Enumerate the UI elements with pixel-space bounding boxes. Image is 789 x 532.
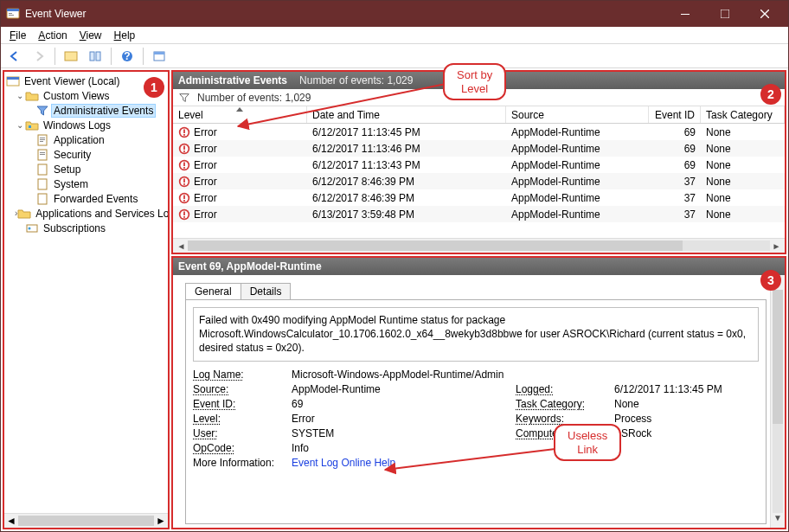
properties-button[interactable] — [85, 47, 106, 66]
lbl-opcode: OpCode: — [193, 442, 288, 454]
lbl-taskcat: Task Category: — [516, 398, 611, 410]
tree-wl-application[interactable]: Application — [6, 132, 168, 147]
detail-header: Event 69, AppModel-Runtime — [173, 258, 785, 275]
col-eventid[interactable]: Event ID — [649, 106, 701, 123]
toolbar: ? — [1, 44, 788, 68]
folder-icon — [25, 119, 39, 132]
tree-wl-setup[interactable]: Setup — [6, 162, 168, 176]
scroll-down-icon[interactable]: ▼ — [773, 513, 782, 526]
tree-root[interactable]: Event Viewer (Local) — [6, 74, 168, 88]
lbl-level: Level: — [193, 413, 288, 425]
tab-general[interactable]: General — [185, 283, 241, 299]
col-source[interactable]: Source — [506, 106, 649, 123]
log-icon — [35, 148, 49, 162]
lbl-logged: Logged: — [516, 383, 611, 395]
menu-view[interactable]: View — [74, 29, 107, 42]
tree[interactable]: Event Viewer (Local) ⌄ Custom Views Admi… — [4, 72, 168, 513]
grid-body[interactable]: Error6/12/2017 11:13:45 PMAppModel-Runti… — [173, 124, 785, 238]
col-level[interactable]: Level — [173, 106, 307, 123]
collapse-icon[interactable]: ⌄ — [15, 120, 25, 130]
list-header-title: Administrative Events — [178, 74, 287, 87]
collapse-icon[interactable]: ⌄ — [15, 91, 25, 100]
right-pane: Sort by Level 2 Administrative Events Nu… — [171, 70, 786, 529]
scroll-left-icon[interactable]: ◄ — [175, 241, 188, 251]
tree-h-scrollbar[interactable]: ◄ ► — [4, 513, 168, 528]
tree-subscriptions[interactable]: Subscriptions — [6, 221, 168, 235]
filter-count: Number of events: 1,029 — [197, 92, 311, 104]
event-list-panel: Sort by Level 2 Administrative Events Nu… — [171, 70, 786, 254]
val-source: AppModel-Runtime — [292, 383, 512, 395]
detail-v-scrollbar[interactable]: ▲ ▼ — [770, 275, 785, 528]
tree-custom-views[interactable]: ⌄ Custom Views — [6, 88, 168, 103]
scroll-right-icon[interactable]: ► — [156, 515, 166, 527]
svg-rect-33 — [183, 129, 185, 133]
detail-main: General Details Failed with 0x490 modify… — [173, 275, 770, 528]
titlebar: Event Viewer — [1, 1, 788, 27]
svg-rect-19 — [40, 138, 45, 138]
menu-help[interactable]: Help — [109, 29, 141, 42]
filter-icon — [35, 104, 49, 118]
svg-rect-54 — [183, 216, 185, 218]
tab-page-general: Failed with 0x490 modifying AppModel Run… — [185, 299, 767, 524]
table-row[interactable]: Error6/12/2017 11:13:46 PMAppModel-Runti… — [173, 140, 785, 157]
scroll-left-icon[interactable]: ◄ — [6, 515, 16, 527]
filter-row: Number of events: 1,029 — [173, 89, 785, 106]
folder-icon — [25, 89, 39, 103]
svg-rect-9 — [90, 52, 94, 61]
lbl-source: Source: — [193, 383, 288, 395]
tree-wl-forwarded[interactable]: Forwarded Events — [6, 191, 168, 206]
event-detail-panel: Useless Link 3 Event 69, AppModel-Runtim… — [171, 256, 786, 529]
svg-rect-21 — [40, 141, 43, 142]
event-description: Failed with 0x490 modifying AppModel Run… — [193, 307, 759, 362]
scroll-up-icon[interactable]: ▲ — [773, 277, 782, 290]
help-button[interactable]: ? — [117, 47, 138, 66]
link-online-help[interactable]: Event Log Online Help — [292, 457, 759, 469]
svg-rect-25 — [38, 164, 47, 175]
scroll-right-icon[interactable]: ► — [770, 241, 783, 251]
minimize-button[interactable] — [665, 1, 705, 27]
svg-rect-45 — [183, 178, 185, 183]
grid-h-scrollbar[interactable]: ◄ ► — [173, 238, 785, 253]
forward-button[interactable] — [29, 47, 49, 66]
back-button[interactable] — [4, 47, 25, 66]
val-logged: 6/12/2017 11:13:45 PM — [614, 383, 759, 395]
scroll-thumb[interactable] — [188, 240, 683, 251]
tree-admin-events[interactable]: Administrative Events — [6, 103, 168, 118]
detail-header-title: Event 69, AppModel-Runtime — [178, 260, 322, 272]
scroll-thumb[interactable] — [18, 516, 154, 526]
tree-wl-system[interactable]: System — [6, 176, 168, 191]
tree-apps-services[interactable]: › Applications and Services Logs — [6, 206, 168, 221]
table-row[interactable]: Error6/12/2017 8:46:39 PMAppModel-Runtim… — [173, 189, 785, 206]
action-pane-button[interactable] — [149, 47, 170, 66]
show-hide-tree-button[interactable] — [61, 47, 81, 66]
svg-rect-1 — [7, 9, 19, 11]
tab-details[interactable]: Details — [241, 283, 292, 299]
menu-file[interactable]: File — [4, 29, 31, 42]
list-header-count: Number of events: 1,029 — [299, 74, 413, 87]
svg-rect-50 — [183, 200, 185, 202]
grid-header: Level Date and Time Source Event ID Task… — [173, 106, 785, 124]
table-row[interactable]: Error6/12/2017 11:13:45 PMAppModel-Runti… — [173, 124, 785, 140]
close-button[interactable] — [745, 1, 785, 27]
table-row[interactable]: Error6/13/2017 3:59:48 PMAppModel-Runtim… — [173, 206, 785, 222]
scroll-thumb[interactable] — [773, 290, 783, 424]
menubar: File Action View Help — [1, 27, 788, 44]
tree-pane: 1 Event Viewer (Local) ⌄ Custom Views Ad… — [3, 70, 170, 529]
svg-point-29 — [29, 227, 31, 229]
lbl-computer: Computer: — [516, 427, 611, 439]
val-computer: ASRock — [614, 427, 759, 439]
lbl-keywords: Keywords: — [516, 413, 611, 425]
log-icon — [35, 177, 49, 191]
tree-wl-security[interactable]: Security — [6, 147, 168, 162]
window-title: Event Viewer — [25, 8, 665, 20]
table-row[interactable]: Error6/12/2017 8:46:39 PMAppModel-Runtim… — [173, 173, 785, 189]
tree-windows-logs[interactable]: ⌄ Windows Logs — [6, 118, 168, 132]
val-user: SYSTEM — [292, 427, 512, 439]
svg-rect-10 — [96, 52, 100, 61]
table-row[interactable]: Error6/12/2017 11:13:43 PMAppModel-Runti… — [173, 157, 785, 173]
maximize-button[interactable] — [705, 1, 745, 27]
menu-action[interactable]: Action — [33, 29, 72, 42]
val-eventid: 69 — [292, 398, 512, 410]
col-date[interactable]: Date and Time — [307, 106, 506, 123]
col-task[interactable]: Task Category — [701, 106, 785, 123]
